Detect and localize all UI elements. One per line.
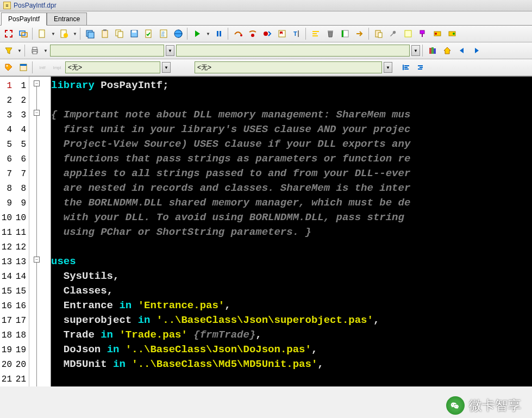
svg-rect-34	[405, 30, 411, 37]
svg-rect-28	[312, 35, 318, 36]
fold-box-library[interactable]: −	[34, 80, 40, 86]
expand-arrows-icon[interactable]	[2, 27, 15, 40]
impl-button[interactable]: Impl	[51, 61, 64, 74]
gutter-row: 1414	[0, 269, 29, 284]
breakpoint-toggle-icon[interactable]	[261, 27, 274, 40]
save-all-icon[interactable]	[84, 27, 97, 40]
align-left-button[interactable]	[400, 61, 413, 74]
svg-point-40	[453, 33, 455, 35]
combo-a-button[interactable]: ▼	[166, 45, 174, 56]
note-icon[interactable]	[402, 27, 415, 40]
gutter-row: 99	[0, 196, 29, 210]
new-page-icon[interactable]	[58, 27, 71, 40]
run-dropdown-arrow[interactable]: ▼	[205, 28, 211, 40]
align-icon[interactable]	[309, 27, 322, 40]
nav-combo-a[interactable]: <无>	[65, 61, 160, 73]
nav-combo-b-button[interactable]: ▼	[384, 62, 392, 73]
gutter-row: 88	[0, 181, 29, 196]
back-icon[interactable]	[455, 44, 468, 57]
combo-b-button[interactable]: ▼	[411, 45, 420, 56]
align-indent-button[interactable]	[415, 61, 428, 74]
svg-rect-43	[33, 52, 37, 54]
code-line: superobject in '..\BaseClass\Json\supero…	[51, 313, 532, 328]
trash-icon[interactable]	[324, 27, 337, 40]
tab-entrance[interactable]: Entrance	[47, 13, 87, 25]
svg-rect-27	[312, 33, 317, 34]
cursor-text-icon[interactable]: T	[290, 27, 303, 40]
save-icon[interactable]	[128, 27, 141, 40]
print-icon[interactable]	[28, 44, 41, 57]
svg-point-22	[264, 32, 268, 36]
frames-icon[interactable]	[17, 27, 30, 40]
books-icon[interactable]	[426, 44, 439, 57]
fold-box-uses[interactable]: −	[34, 257, 40, 263]
nav-combo-b[interactable]: <无>	[195, 61, 382, 73]
tweak-right-icon[interactable]	[446, 27, 459, 40]
svg-rect-7	[102, 30, 108, 38]
code-line: SysUtils,	[51, 269, 532, 284]
file-title: PosPayIntf.dpr	[14, 2, 57, 9]
form-icon[interactable]	[17, 61, 30, 74]
goto-icon[interactable]	[353, 27, 366, 40]
toolbar-navigation: Intf Impl <无> ▼ <无> ▼	[0, 59, 532, 76]
wechat-icon	[446, 396, 465, 415]
nav-combo-a-button[interactable]: ▼	[162, 62, 171, 73]
svg-rect-8	[103, 29, 107, 31]
tab-pospayintf[interactable]: PosPayIntf	[1, 13, 47, 26]
svg-rect-51	[404, 65, 409, 66]
search-combo-a[interactable]	[50, 45, 164, 57]
page-icon[interactable]	[36, 27, 49, 40]
gutter-row: 1212	[0, 240, 29, 254]
copy-icon[interactable]	[113, 27, 126, 40]
bookmark-icon[interactable]	[339, 27, 352, 40]
page-dropdown-arrow[interactable]: ▼	[51, 28, 56, 40]
svg-point-21	[251, 34, 254, 37]
svg-rect-55	[420, 67, 423, 68]
fold-box-comment[interactable]: −	[34, 110, 40, 116]
gutter-row: 1010	[0, 210, 29, 225]
line-gutter: 1122334455667788991010111112121313141415…	[0, 77, 29, 386]
code-content[interactable]: library PosPayIntf; { Important note abo…	[51, 77, 532, 386]
gutter-row: 1616	[0, 298, 29, 313]
globe-run-icon[interactable]	[172, 27, 185, 40]
gutter-row: 55	[0, 137, 29, 152]
code-binary-icon[interactable]: 1001	[157, 27, 170, 40]
wrench-icon[interactable]	[387, 27, 400, 40]
gutter-row: 1717	[0, 313, 29, 328]
svg-text:T: T	[293, 30, 297, 37]
filter-icon[interactable]	[2, 44, 15, 57]
pause-icon[interactable]	[212, 27, 226, 40]
tweak-left-icon[interactable]	[431, 27, 444, 40]
filter-dropdown-arrow[interactable]: ▼	[17, 45, 22, 57]
intf-button[interactable]: Intf	[36, 61, 49, 74]
code-line: Project-View Source) USES clause if your…	[51, 137, 532, 152]
print-dropdown-arrow[interactable]: ▼	[43, 45, 48, 57]
home-icon[interactable]	[441, 44, 454, 57]
svg-rect-46	[434, 48, 436, 54]
paint-icon[interactable]	[416, 27, 429, 40]
code-line	[51, 93, 532, 108]
paste-icon[interactable]	[372, 27, 385, 40]
forward-icon[interactable]	[470, 44, 483, 57]
step-into-icon[interactable]	[246, 27, 259, 40]
search-combo-b[interactable]	[176, 45, 410, 57]
run-icon[interactable]	[191, 27, 204, 40]
code-line: DoJson in '..\BaseClass\Json\DoJson.pas'…	[51, 342, 532, 357]
code-line	[51, 372, 532, 386]
new-page-dropdown-arrow[interactable]: ▼	[72, 28, 78, 40]
svg-point-4	[64, 33, 68, 38]
svg-rect-45	[431, 47, 434, 54]
todo-flag-icon[interactable]	[276, 27, 289, 40]
code-line: MD5Unit in '..\BaseClass\Md5\MD5Unit.pas…	[51, 357, 532, 372]
doc-check-icon[interactable]	[142, 27, 155, 40]
gutter-row: 33	[0, 108, 29, 122]
clipboard-icon[interactable]	[98, 27, 111, 40]
toolbar-main: ▼ ▼ 1001 ▼ T	[0, 26, 532, 42]
code-line: library PosPayIntf;	[51, 78, 532, 93]
watermark: 微卡智享	[446, 396, 521, 415]
step-over-icon[interactable]	[231, 27, 245, 40]
svg-rect-13	[146, 30, 151, 38]
svg-rect-29	[328, 30, 333, 32]
svg-rect-19	[220, 31, 221, 36]
tag-icon[interactable]	[2, 61, 15, 74]
